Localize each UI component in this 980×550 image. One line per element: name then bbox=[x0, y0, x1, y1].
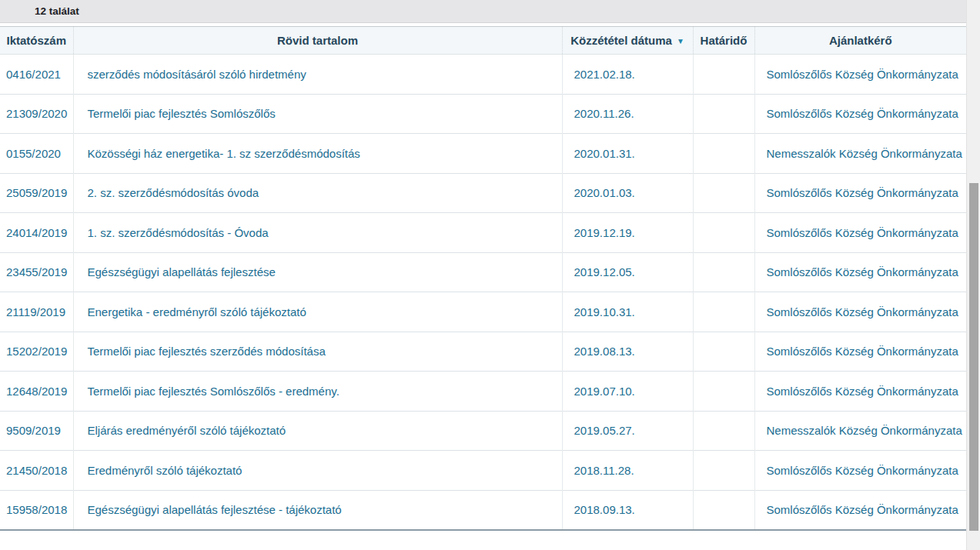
cell-hatarido[interactable] bbox=[693, 94, 754, 134]
cell-hatarido[interactable] bbox=[693, 173, 754, 213]
cell-kozzetetel_datuma[interactable]: 2019.08.13. bbox=[562, 332, 693, 372]
cell-rovid_tartalom[interactable]: Egészségügyi alapellátás fejlesztése - t… bbox=[73, 490, 562, 530]
cell-iktatoszam[interactable]: 15202/2019 bbox=[0, 332, 73, 372]
cell-ajanlatkero[interactable]: Somlószőlős Község Önkormányzata bbox=[754, 252, 966, 292]
cell-hatarido[interactable] bbox=[693, 252, 754, 292]
cell-kozzetetel_datuma[interactable]: 2020.01.31. bbox=[562, 134, 693, 174]
cell-iktatoszam[interactable]: 25059/2019 bbox=[0, 173, 73, 213]
cell-rovid_tartalom[interactable]: szerződés módosításáról szóló hirdetmény bbox=[73, 55, 562, 95]
cell-rovid_tartalom[interactable]: 1. sz. szerződésmódosítás - Óvoda bbox=[73, 213, 562, 253]
cell-ajanlatkero[interactable]: Somlószőlős Község Önkormányzata bbox=[754, 94, 966, 134]
cell-hatarido[interactable] bbox=[693, 372, 754, 412]
table-row[interactable]: 24014/20191. sz. szerződésmódosítás - Óv… bbox=[0, 213, 966, 253]
column-header-hatarido[interactable]: Határidő bbox=[693, 27, 754, 55]
cell-rovid_tartalom[interactable]: Termelői piac fejlesztés szerződés módos… bbox=[73, 332, 562, 372]
cell-ajanlatkero[interactable]: Nemesszalók Község Önkormányzata bbox=[754, 134, 966, 174]
table-row[interactable]: 9509/2019Eljárás eredményéről szóló tájé… bbox=[0, 411, 966, 451]
cell-iktatoszam[interactable]: 21119/2019 bbox=[0, 292, 73, 332]
table-row[interactable]: 15202/2019Termelői piac fejlesztés szerz… bbox=[0, 332, 966, 372]
column-header-rovid-tartalom[interactable]: Rövid tartalom bbox=[73, 27, 562, 55]
results-table-wrap: Iktatószám Rövid tartalom Közzététel dát… bbox=[0, 26, 966, 531]
table-row[interactable]: 0416/2021szerződés módosításáról szóló h… bbox=[0, 55, 966, 95]
column-header-label: Iktatószám bbox=[6, 34, 66, 47]
cell-hatarido[interactable] bbox=[693, 451, 754, 491]
cell-hatarido[interactable] bbox=[693, 411, 754, 451]
cell-iktatoszam[interactable]: 0416/2021 bbox=[0, 55, 73, 95]
cell-hatarido[interactable] bbox=[693, 134, 754, 174]
cell-rovid_tartalom[interactable]: Energetika - eredményről szóló tájékozta… bbox=[73, 292, 562, 332]
cell-kozzetetel_datuma[interactable]: 2018.09.13. bbox=[562, 490, 693, 530]
cell-ajanlatkero[interactable]: Somlószőlős Község Önkormányzata bbox=[754, 173, 966, 213]
cell-kozzetetel_datuma[interactable]: 2018.11.28. bbox=[562, 451, 693, 491]
vertical-scrollbar-track[interactable] bbox=[966, 0, 980, 550]
cell-kozzetetel_datuma[interactable]: 2019.05.27. bbox=[562, 411, 693, 451]
cell-ajanlatkero[interactable]: Somlószőlős Község Önkormányzata bbox=[754, 451, 966, 491]
cell-ajanlatkero[interactable]: Nemesszalók Község Önkormányzata bbox=[754, 411, 966, 451]
table-row[interactable]: 15958/2018Egészségügyi alapellátás fejle… bbox=[0, 490, 966, 530]
cell-kozzetetel_datuma[interactable]: 2019.12.05. bbox=[562, 252, 693, 292]
table-row[interactable]: 21309/2020Termelői piac fejlesztés Somló… bbox=[0, 94, 966, 134]
column-header-ajanlatkero[interactable]: Ajánlatkérő bbox=[754, 27, 966, 55]
table-row[interactable]: 0155/2020Közösségi ház energetika- 1. sz… bbox=[0, 134, 966, 174]
cell-kozzetetel_datuma[interactable]: 2019.10.31. bbox=[562, 292, 693, 332]
results-table: Iktatószám Rövid tartalom Közzététel dát… bbox=[0, 26, 966, 531]
cell-hatarido[interactable] bbox=[693, 55, 754, 95]
results-page: 12 találat Iktatószám Rövid tartalom bbox=[0, 0, 980, 550]
table-header: Iktatószám Rövid tartalom Közzététel dát… bbox=[0, 27, 966, 55]
cell-kozzetetel_datuma[interactable]: 2021.02.18. bbox=[562, 55, 693, 95]
table-row[interactable]: 25059/20192. sz. szerződésmódosítás óvod… bbox=[0, 173, 966, 213]
cell-kozzetetel_datuma[interactable]: 2019.07.10. bbox=[562, 372, 693, 412]
cell-hatarido[interactable] bbox=[693, 292, 754, 332]
results-bar: 12 találat bbox=[0, 0, 966, 23]
table-body: 0416/2021szerződés módosításáról szóló h… bbox=[0, 55, 966, 530]
cell-ajanlatkero[interactable]: Somlószőlős Község Önkormányzata bbox=[754, 292, 966, 332]
results-count: 12 találat bbox=[35, 5, 79, 17]
cell-kozzetetel_datuma[interactable]: 2020.01.03. bbox=[562, 173, 693, 213]
cell-iktatoszam[interactable]: 15958/2018 bbox=[0, 490, 73, 530]
cell-iktatoszam[interactable]: 21450/2018 bbox=[0, 451, 73, 491]
cell-rovid_tartalom[interactable]: Egészségügyi alapellátás fejlesztése bbox=[73, 252, 562, 292]
cell-rovid_tartalom[interactable]: Eljárás eredményéről szóló tájékoztató bbox=[73, 411, 562, 451]
cell-iktatoszam[interactable]: 9509/2019 bbox=[0, 411, 73, 451]
cell-hatarido[interactable] bbox=[693, 213, 754, 253]
cell-rovid_tartalom[interactable]: Eredményről szóló tájékoztató bbox=[73, 451, 562, 491]
cell-rovid_tartalom[interactable]: Közösségi ház energetika- 1. sz szerződé… bbox=[73, 134, 562, 174]
cell-iktatoszam[interactable]: 23455/2019 bbox=[0, 252, 73, 292]
cell-hatarido[interactable] bbox=[693, 332, 754, 372]
table-row[interactable]: 21450/2018Eredményről szóló tájékoztató2… bbox=[0, 451, 966, 491]
cell-hatarido[interactable] bbox=[693, 490, 754, 530]
cell-ajanlatkero[interactable]: Somlószőlős Község Önkormányzata bbox=[754, 55, 966, 95]
column-header-kozzetetel-datuma[interactable]: Közzététel dátuma▼ bbox=[562, 27, 693, 55]
table-row[interactable]: 23455/2019Egészségügyi alapellátás fejle… bbox=[0, 252, 966, 292]
cell-kozzetetel_datuma[interactable]: 2019.12.19. bbox=[562, 213, 693, 253]
column-header-label: Közzététel dátuma bbox=[570, 34, 672, 47]
cell-rovid_tartalom[interactable]: 2. sz. szerződésmódosítás óvoda bbox=[73, 173, 562, 213]
cell-ajanlatkero[interactable]: Somlószőlős Község Önkormányzata bbox=[754, 372, 966, 412]
column-header-label: Határidő bbox=[701, 34, 748, 47]
column-header-label: Rövid tartalom bbox=[277, 34, 358, 47]
cell-iktatoszam[interactable]: 0155/2020 bbox=[0, 134, 73, 174]
cell-iktatoszam[interactable]: 12648/2019 bbox=[0, 372, 73, 412]
cell-iktatoszam[interactable]: 24014/2019 bbox=[0, 213, 73, 253]
cell-kozzetetel_datuma[interactable]: 2020.11.26. bbox=[562, 94, 693, 134]
cell-rovid_tartalom[interactable]: Termelői piac fejlesztés Somlószőlős bbox=[73, 94, 562, 134]
table-header-row: Iktatószám Rövid tartalom Közzététel dát… bbox=[0, 27, 966, 55]
table-row[interactable]: 12648/2019Termelői piac fejlesztés Somló… bbox=[0, 372, 966, 412]
cell-ajanlatkero[interactable]: Somlószőlős Község Önkormányzata bbox=[754, 490, 966, 530]
cell-rovid_tartalom[interactable]: Termelői piac fejlesztés Somlószőlős - e… bbox=[73, 372, 562, 412]
cell-iktatoszam[interactable]: 21309/2020 bbox=[0, 94, 73, 134]
column-header-label: Ajánlatkérő bbox=[829, 34, 892, 47]
sort-desc-icon: ▼ bbox=[677, 37, 684, 45]
vertical-scrollbar-thumb[interactable] bbox=[969, 183, 978, 531]
cell-ajanlatkero[interactable]: Somlószőlős Község Önkormányzata bbox=[754, 213, 966, 253]
table-row[interactable]: 21119/2019Energetika - eredményről szóló… bbox=[0, 292, 966, 332]
column-header-iktatoszam[interactable]: Iktatószám bbox=[0, 27, 73, 55]
cell-ajanlatkero[interactable]: Somlószőlős Község Önkormányzata bbox=[754, 332, 966, 372]
